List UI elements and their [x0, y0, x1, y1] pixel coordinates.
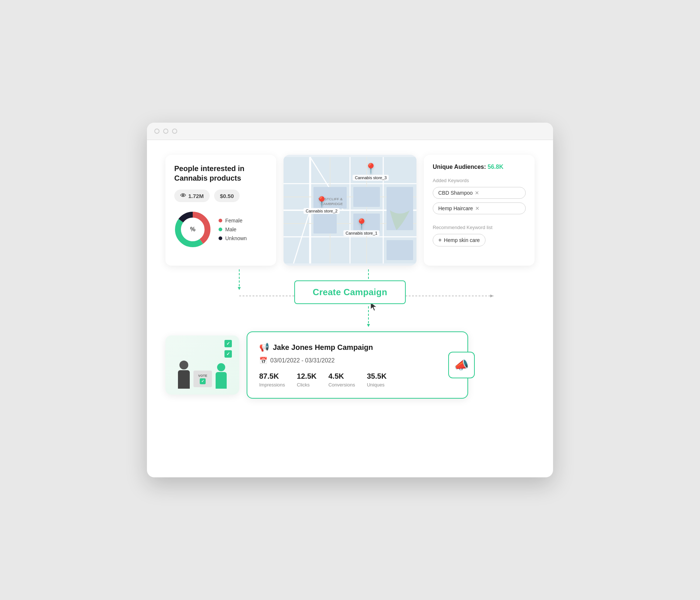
map-pin-2: 📍 Cannabis store_2 — [303, 197, 340, 214]
donut-label: % — [190, 226, 195, 233]
recommend-text: Hemp skin care — [444, 237, 480, 243]
pin-label-3: Cannabis store_3 — [353, 175, 389, 181]
keyword-hemp-haircare[interactable]: Hemp Haircare ✕ — [433, 202, 526, 214]
views-badge: 👁 1.72M — [174, 190, 210, 202]
browser-dot-1 — [154, 129, 159, 134]
campaign-name-row: 📢 Jake Jones Hemp Campaign — [259, 342, 456, 352]
illustration-inner: VOTE ✓ ✓ ✓ — [165, 335, 239, 395]
people-card: People interested in Cannabis products 👁… — [165, 155, 276, 266]
remove-cbd-btn[interactable]: ✕ — [475, 190, 479, 195]
audience-card: Unique Audiences: 56.8K Added Keywords C… — [424, 155, 535, 266]
top-row: People interested in Cannabis products 👁… — [165, 155, 535, 266]
person1-head — [179, 361, 188, 369]
stats-row: 👁 1.72M $0.50 — [174, 190, 267, 202]
calendar-icon: 📅 — [259, 357, 267, 365]
campaign-result-card: 📢 Jake Jones Hemp Campaign 📅 03/01/2022 … — [247, 331, 468, 399]
recommend-label: Recommended Keyword list — [433, 225, 526, 230]
person2-head — [217, 363, 225, 371]
keyword-hemp-text: Hemp Haircare — [438, 205, 473, 211]
added-keywords-label: Added Keywords — [433, 178, 526, 183]
check-mark: ✓ — [200, 378, 206, 384]
eye-icon: 👁 — [180, 192, 186, 199]
donut-chart: % — [174, 211, 211, 248]
full-flow: Create Campaign — [165, 266, 535, 399]
female-label: Female — [225, 218, 243, 224]
person2 — [216, 363, 227, 389]
person2-body — [216, 372, 227, 389]
conversions-value: 4.5K — [328, 372, 355, 381]
uniques-value: 35.5K — [367, 372, 387, 381]
campaign-name: Jake Jones Hemp Campaign — [273, 343, 373, 352]
svg-rect-19 — [353, 187, 380, 207]
flow-center: Create Campaign — [165, 266, 535, 399]
check-1: ✓ — [224, 340, 232, 347]
metric-uniques: 35.5K Uniques — [367, 372, 387, 388]
person1 — [178, 361, 190, 389]
impressions-label: Impressions — [259, 382, 285, 388]
campaign-metrics: 87.5K Impressions 12.5K Clicks 4.5K Conv… — [259, 372, 456, 388]
donut-row: % Female Male Unknown — [174, 211, 267, 248]
pin-icon-3: 📍 — [364, 164, 377, 174]
browser-toolbar — [147, 123, 553, 140]
people-card-title: People interested in Cannabis products — [174, 164, 267, 183]
map-background: WESTCLIFF & CAMBRIDGE 📍 Cannabis store_3… — [284, 155, 416, 266]
views-value: 1.72M — [188, 193, 204, 199]
illustration-box: VOTE ✓ ✓ ✓ — [165, 335, 239, 395]
map-pin-3: 📍 Cannabis store_3 — [353, 164, 389, 181]
keyword-cbd-shampoo[interactable]: CBD Shampoo ✕ — [433, 187, 526, 199]
keyword-cbd-text: CBD Shampoo — [438, 190, 473, 196]
plus-icon: + — [438, 237, 442, 243]
svg-rect-20 — [313, 214, 337, 233]
legend: Female Male Unknown — [219, 218, 247, 241]
remove-hemp-btn[interactable]: ✕ — [475, 206, 480, 211]
audience-header: Unique Audiences: 56.8K — [433, 164, 526, 170]
audience-title: Unique Audiences: — [433, 164, 486, 170]
create-campaign-button[interactable]: Create Campaign — [294, 280, 406, 304]
audience-count: 56.8K — [488, 164, 504, 170]
legend-item-male: Male — [219, 226, 247, 232]
pin-label-1: Cannabis store_1 — [343, 230, 380, 236]
pin-icon-1: 📍 — [355, 219, 368, 229]
browser-dot-3 — [172, 129, 177, 134]
metric-conversions: 4.5K Conversions — [328, 372, 355, 388]
clicks-label: Clicks — [297, 382, 316, 388]
cost-value: $0.50 — [220, 193, 234, 199]
conversions-label: Conversions — [328, 382, 355, 388]
check-2: ✓ — [224, 350, 232, 358]
metric-clicks: 12.5K Clicks — [297, 372, 316, 388]
unknown-label: Unknown — [225, 235, 247, 241]
browser-window: People interested in Cannabis products 👁… — [147, 123, 553, 477]
megaphone-box: 📣 — [448, 352, 475, 378]
recommend-hemp-skin[interactable]: + Hemp skin care — [433, 234, 485, 246]
campaign-dates: 03/01/2022 - 03/31/2022 — [270, 357, 334, 364]
main-content: People interested in Cannabis products 👁… — [147, 140, 553, 417]
male-dot — [219, 228, 222, 231]
ballot-box: VOTE ✓ — [193, 371, 212, 387]
legend-item-unknown: Unknown — [219, 235, 247, 241]
map-card: WESTCLIFF & CAMBRIDGE 📍 Cannabis store_3… — [284, 155, 416, 266]
map-pin-1: 📍 Cannabis store_1 — [343, 219, 380, 236]
unknown-dot — [219, 236, 222, 240]
cost-badge: $0.50 — [214, 190, 240, 202]
browser-dot-2 — [163, 129, 168, 134]
impressions-value: 87.5K — [259, 372, 285, 381]
clicks-value: 12.5K — [297, 372, 316, 381]
campaign-dates-row: 📅 03/01/2022 - 03/31/2022 — [259, 357, 456, 365]
check-marks: ✓ ✓ — [224, 340, 232, 358]
uniques-label: Uniques — [367, 382, 387, 388]
svg-rect-23 — [387, 240, 413, 260]
result-row: VOTE ✓ ✓ ✓ — [165, 331, 535, 399]
metric-impressions: 87.5K Impressions — [259, 372, 285, 388]
male-label: Male — [225, 226, 236, 232]
legend-item-female: Female — [219, 218, 247, 224]
female-dot — [219, 219, 222, 222]
pin-label-2: Cannabis store_2 — [303, 208, 340, 214]
campaign-megaphone-small: 📢 — [259, 342, 269, 352]
keyword-tags: CBD Shampoo ✕ Hemp Haircare ✕ — [433, 187, 526, 218]
person1-body — [178, 370, 190, 389]
pin-icon-2: 📍 — [315, 197, 328, 207]
megaphone-icon: 📣 — [454, 358, 469, 372]
